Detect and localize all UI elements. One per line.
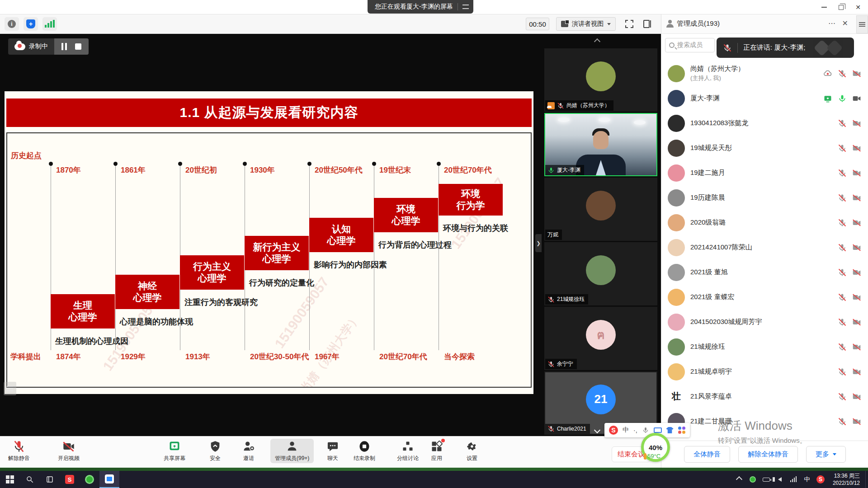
mic-muted-icon	[547, 296, 555, 303]
tray-ime-language[interactable]: 中	[800, 471, 814, 488]
participant-row[interactable]: 1930412083张懿龙	[661, 111, 868, 136]
chat-button[interactable]: 聊天	[326, 440, 339, 462]
fullscreen-button[interactable]	[624, 19, 635, 29]
participant-row[interactable]: 21城规徐珏	[661, 334, 868, 359]
stop-recording-button[interactable]	[75, 43, 81, 50]
mic-muted-icon	[838, 293, 847, 302]
ime-mic-icon[interactable]	[642, 427, 649, 434]
video-thumbnail[interactable]: 万妮	[544, 178, 657, 241]
ime-toolbox-icon[interactable]	[678, 427, 685, 434]
mic-muted-icon	[557, 102, 564, 109]
more-button[interactable]: 更多	[806, 446, 846, 463]
video-thumbnail[interactable]: ฅ 余宁宁	[544, 307, 657, 370]
thumbnail-name-badge: 余宁宁	[545, 359, 577, 369]
participant-row[interactable]: 19历建陈晨	[661, 185, 868, 210]
side-by-side-button[interactable]	[642, 19, 653, 29]
taskbar-sogou-app[interactable]: S	[60, 471, 80, 488]
tray-battery-icon[interactable]	[760, 471, 773, 488]
stop-record-button[interactable]: 结束录制	[354, 440, 375, 462]
breakout-rooms-button[interactable]: 分组讨论	[397, 440, 419, 462]
share-screen-button[interactable]: 共享屏幕	[164, 440, 185, 462]
thumbnail-name: 21城规徐珏	[557, 296, 585, 303]
settings-button[interactable]: 设置	[466, 440, 478, 462]
security-shield-button[interactable]: +	[24, 17, 38, 31]
task-view-button[interactable]	[40, 471, 60, 488]
restore-button[interactable]	[839, 5, 844, 10]
thumbnails-expand-button[interactable]	[595, 426, 599, 434]
video-thumbnail[interactable]: 尚婧（苏州大学）	[544, 48, 657, 112]
start-button[interactable]	[0, 471, 20, 488]
participant-row[interactable]: 21城规卓明宇	[661, 359, 868, 384]
participant-name: 厦大-李渊	[690, 94, 818, 103]
unmute-all-button[interactable]: 解除全体静音	[738, 446, 798, 463]
taskbar-clock[interactable]: 13:36 周三 2022/10/12	[827, 472, 865, 487]
timeline-connector	[115, 164, 116, 350]
timeline-top-year: 20世纪70年代	[444, 165, 492, 175]
ime-keyboard-icon[interactable]	[654, 427, 662, 433]
unmute-button[interactable]: 解除静音	[8, 440, 30, 462]
tray-sogou-status[interactable]: S	[814, 471, 827, 488]
participant-row[interactable]: 壮 21风景李蕴卓	[661, 384, 868, 409]
participant-row[interactable]: 尚婧（苏州大学） (主持人, 我)	[661, 61, 868, 86]
video-thumbnail[interactable]: 21城规徐珏	[544, 242, 657, 305]
view-mode-button[interactable]: 演讲者视图	[556, 17, 616, 31]
panel-more-icon[interactable]: ⋯	[828, 19, 836, 28]
camera-muted-icon	[852, 218, 861, 227]
participant-row[interactable]: 21建二甘晨珊	[661, 409, 868, 434]
participant-row[interactable]: 2021级 童蝶宏	[661, 285, 868, 310]
mic-muted-icon	[838, 268, 847, 277]
participants-icon	[286, 440, 298, 453]
taskbar-meeting-app-active[interactable]	[99, 471, 119, 488]
pause-recording-button[interactable]	[61, 43, 67, 50]
timeline-bottom-year: 1913年	[185, 352, 210, 362]
speaking-now-text: 正在讲话: 厦大-李渊;	[743, 43, 806, 52]
cloud-recording-icon	[823, 69, 832, 78]
participant-row[interactable]: 19建二施月	[661, 160, 868, 185]
ime-punctuation-toggle[interactable]: ·,	[633, 427, 637, 434]
options-menu-icon[interactable]	[462, 5, 469, 9]
participant-row[interactable]: 2041502030城规周芳宇	[661, 310, 868, 334]
chevron-up-icon	[736, 476, 742, 483]
security-button[interactable]: 安全	[209, 440, 222, 462]
tray-antivirus-icon[interactable]	[746, 471, 760, 488]
manage-participants-button[interactable]: 管理成员(99+)	[270, 439, 314, 463]
start-video-button[interactable]: 开启视频	[58, 440, 80, 462]
tray-network-icon[interactable]	[787, 471, 800, 488]
mic-muted-icon	[547, 361, 555, 368]
tray-show-hidden-icons[interactable]	[732, 471, 746, 488]
participant-row[interactable]: 2020级翁璐	[661, 210, 868, 235]
timeline-dot	[243, 162, 247, 166]
video-thumbnail[interactable]: 厦大-李渊	[544, 113, 657, 176]
thumbnail-name-badge: 21城规徐珏	[545, 294, 588, 305]
taskbar-search-button[interactable]	[20, 471, 40, 488]
invite-button[interactable]: 邀请	[242, 440, 255, 462]
ime-skin-icon[interactable]	[666, 427, 674, 433]
panel-close-icon[interactable]: ✕	[842, 19, 848, 28]
slide-sorter-icon[interactable]	[4, 382, 16, 395]
close-button[interactable]: ✕	[855, 4, 861, 11]
participant-name: 21城规卓明宇	[690, 367, 832, 376]
panel-menu-button[interactable]	[856, 15, 868, 33]
watermark-text: 尚婧（苏州大学）	[297, 310, 363, 388]
search-input[interactable]: 搜索成员	[665, 38, 715, 52]
meeting-info-button[interactable]: i	[5, 17, 19, 31]
participant-row[interactable]: 厦大-李渊	[661, 86, 868, 111]
participant-row[interactable]: 2021级 董旭	[661, 260, 868, 285]
taskbar-browser-app[interactable]	[80, 471, 99, 488]
network-stats-button[interactable]	[42, 17, 57, 31]
window-titlebar: 您正在观看厦大-李渊的屏幕 ✕	[0, 0, 868, 14]
thumbnails-collapse-button[interactable]	[595, 38, 599, 46]
tray-volume-icon[interactable]	[773, 471, 787, 488]
avatar	[668, 164, 685, 182]
show-desktop-button[interactable]	[865, 471, 868, 488]
collapse-thumbnails-handle[interactable]: ❯	[535, 234, 542, 252]
camera-muted-icon	[852, 343, 861, 352]
sogou-logo-icon[interactable]: S	[609, 426, 618, 435]
mute-all-button[interactable]: 全体静音	[684, 446, 730, 463]
minimize-button[interactable]	[821, 7, 827, 8]
ime-lang-toggle[interactable]: 中	[623, 426, 629, 434]
participant-row[interactable]: 19城规吴天彤	[661, 136, 868, 160]
apps-button[interactable]: 应用	[430, 440, 443, 462]
participant-row[interactable]: 20214241007陈荣山	[661, 235, 868, 260]
participants-panel: 搜索成员 正在讲话: 厦大-李渊; 尚婧（苏州大学） (主持人, 我)	[661, 34, 868, 468]
